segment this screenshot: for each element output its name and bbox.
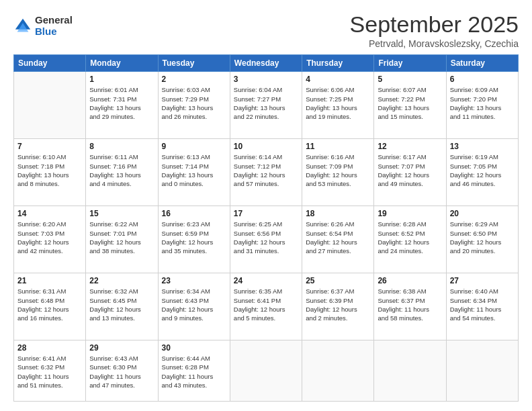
day-number: 11 — [306, 142, 370, 151]
day-number: 21 — [17, 276, 82, 285]
day-info: Sunrise: 6:31 AM Sunset: 6:48 PM Dayligh… — [17, 287, 82, 322]
day-number: 13 — [450, 142, 515, 151]
logo-icon — [13, 17, 32, 36]
day-info: Sunrise: 6:14 AM Sunset: 7:12 PM Dayligh… — [234, 152, 298, 188]
day-number: 7 — [17, 142, 82, 151]
table-row — [14, 72, 86, 139]
logo-text: General Blue — [35, 15, 73, 37]
day-info: Sunrise: 6:34 AM Sunset: 6:43 PM Dayligh… — [162, 287, 226, 322]
day-number: 6 — [450, 75, 515, 84]
table-row: 3Sunrise: 6:04 AM Sunset: 7:27 PM Daylig… — [230, 72, 302, 139]
day-number: 16 — [162, 209, 226, 218]
table-row: 2Sunrise: 6:03 AM Sunset: 7:29 PM Daylig… — [158, 72, 230, 139]
table-row: 7Sunrise: 6:10 AM Sunset: 7:18 PM Daylig… — [14, 139, 86, 206]
day-number: 29 — [89, 343, 154, 353]
table-row: 11Sunrise: 6:16 AM Sunset: 7:09 PM Dayli… — [302, 139, 374, 206]
table-row: 16Sunrise: 6:23 AM Sunset: 6:59 PM Dayli… — [158, 206, 230, 273]
day-info: Sunrise: 6:32 AM Sunset: 6:45 PM Dayligh… — [89, 287, 154, 322]
logo: General Blue — [13, 15, 73, 37]
day-number: 28 — [17, 343, 82, 353]
day-number: 5 — [378, 75, 442, 84]
table-row: 8Sunrise: 6:11 AM Sunset: 7:16 PM Daylig… — [86, 139, 158, 206]
logo-blue: Blue — [35, 26, 73, 38]
day-info: Sunrise: 6:26 AM Sunset: 6:54 PM Dayligh… — [306, 220, 370, 255]
col-sunday: Sunday — [14, 55, 86, 72]
col-saturday: Saturday — [446, 55, 518, 72]
day-info: Sunrise: 6:25 AM Sunset: 6:56 PM Dayligh… — [234, 220, 298, 255]
table-row: 21Sunrise: 6:31 AM Sunset: 6:48 PM Dayli… — [14, 273, 86, 340]
day-info: Sunrise: 6:44 AM Sunset: 6:28 PM Dayligh… — [162, 354, 226, 390]
day-number: 10 — [234, 142, 298, 151]
table-row: 29Sunrise: 6:43 AM Sunset: 6:30 PM Dayli… — [86, 340, 158, 402]
table-row: 14Sunrise: 6:20 AM Sunset: 7:03 PM Dayli… — [14, 206, 86, 273]
day-info: Sunrise: 6:37 AM Sunset: 6:39 PM Dayligh… — [306, 287, 370, 322]
table-row: 15Sunrise: 6:22 AM Sunset: 7:01 PM Dayli… — [86, 206, 158, 273]
day-info: Sunrise: 6:29 AM Sunset: 6:50 PM Dayligh… — [450, 220, 515, 255]
table-row: 13Sunrise: 6:19 AM Sunset: 7:05 PM Dayli… — [446, 139, 518, 206]
day-number: 18 — [306, 209, 370, 218]
day-info: Sunrise: 6:20 AM Sunset: 7:03 PM Dayligh… — [17, 220, 82, 255]
day-number: 8 — [89, 142, 154, 151]
table-row: 22Sunrise: 6:32 AM Sunset: 6:45 PM Dayli… — [86, 273, 158, 340]
day-number: 19 — [378, 209, 442, 218]
day-info: Sunrise: 6:35 AM Sunset: 6:41 PM Dayligh… — [234, 287, 298, 322]
table-row: 26Sunrise: 6:38 AM Sunset: 6:37 PM Dayli… — [374, 273, 446, 340]
day-number: 12 — [378, 142, 442, 151]
table-row: 4Sunrise: 6:06 AM Sunset: 7:25 PM Daylig… — [302, 72, 374, 139]
day-info: Sunrise: 6:28 AM Sunset: 6:52 PM Dayligh… — [378, 220, 442, 255]
day-info: Sunrise: 6:01 AM Sunset: 7:31 PM Dayligh… — [89, 85, 154, 121]
day-info: Sunrise: 6:09 AM Sunset: 7:20 PM Dayligh… — [450, 85, 515, 121]
day-info: Sunrise: 6:43 AM Sunset: 6:30 PM Dayligh… — [89, 354, 154, 390]
table-row: 20Sunrise: 6:29 AM Sunset: 6:50 PM Dayli… — [446, 206, 518, 273]
day-number: 23 — [162, 276, 226, 285]
table-row: 6Sunrise: 6:09 AM Sunset: 7:20 PM Daylig… — [446, 72, 518, 139]
day-info: Sunrise: 6:16 AM Sunset: 7:09 PM Dayligh… — [306, 152, 370, 188]
day-number: 4 — [306, 75, 370, 84]
title-block: September 2025 Petrvald, Moravskoslezsky… — [350, 12, 519, 49]
table-row — [374, 340, 446, 402]
day-info: Sunrise: 6:04 AM Sunset: 7:27 PM Dayligh… — [234, 85, 298, 121]
day-number: 3 — [234, 75, 298, 84]
table-row: 17Sunrise: 6:25 AM Sunset: 6:56 PM Dayli… — [230, 206, 302, 273]
day-info: Sunrise: 6:23 AM Sunset: 6:59 PM Dayligh… — [162, 220, 226, 255]
table-row — [230, 340, 302, 402]
table-row: 30Sunrise: 6:44 AM Sunset: 6:28 PM Dayli… — [158, 340, 230, 402]
location: Petrvald, Moravskoslezsky, Czechia — [350, 38, 519, 49]
calendar-table: Sunday Monday Tuesday Wednesday Thursday… — [13, 54, 519, 402]
table-row: 10Sunrise: 6:14 AM Sunset: 7:12 PM Dayli… — [230, 139, 302, 206]
table-row: 9Sunrise: 6:13 AM Sunset: 7:14 PM Daylig… — [158, 139, 230, 206]
day-info: Sunrise: 6:19 AM Sunset: 7:05 PM Dayligh… — [450, 152, 515, 188]
day-info: Sunrise: 6:13 AM Sunset: 7:14 PM Dayligh… — [162, 152, 226, 188]
day-info: Sunrise: 6:38 AM Sunset: 6:37 PM Dayligh… — [378, 287, 442, 322]
page: General Blue September 2025 Petrvald, Mo… — [0, 0, 532, 411]
day-info: Sunrise: 6:07 AM Sunset: 7:22 PM Dayligh… — [378, 85, 442, 121]
col-friday: Friday — [374, 55, 446, 72]
table-row: 19Sunrise: 6:28 AM Sunset: 6:52 PM Dayli… — [374, 206, 446, 273]
day-number: 27 — [450, 276, 515, 285]
day-number: 14 — [17, 209, 82, 218]
table-row: 1Sunrise: 6:01 AM Sunset: 7:31 PM Daylig… — [86, 72, 158, 139]
day-number: 25 — [306, 276, 370, 285]
day-number: 30 — [162, 343, 226, 353]
day-info: Sunrise: 6:41 AM Sunset: 6:32 PM Dayligh… — [17, 354, 82, 390]
day-number: 22 — [89, 276, 154, 285]
col-wednesday: Wednesday — [230, 55, 302, 72]
day-info: Sunrise: 6:22 AM Sunset: 7:01 PM Dayligh… — [89, 220, 154, 255]
table-row — [302, 340, 374, 402]
col-monday: Monday — [86, 55, 158, 72]
day-number: 17 — [234, 209, 298, 218]
table-row: 27Sunrise: 6:40 AM Sunset: 6:34 PM Dayli… — [446, 273, 518, 340]
day-number: 26 — [378, 276, 442, 285]
day-info: Sunrise: 6:11 AM Sunset: 7:16 PM Dayligh… — [89, 152, 154, 188]
table-row: 5Sunrise: 6:07 AM Sunset: 7:22 PM Daylig… — [374, 72, 446, 139]
day-number: 2 — [162, 75, 226, 84]
month-title: September 2025 — [350, 12, 519, 37]
table-row — [446, 340, 518, 402]
day-number: 24 — [234, 276, 298, 285]
table-row: 18Sunrise: 6:26 AM Sunset: 6:54 PM Dayli… — [302, 206, 374, 273]
header: General Blue September 2025 Petrvald, Mo… — [13, 12, 519, 49]
table-row: 12Sunrise: 6:17 AM Sunset: 7:07 PM Dayli… — [374, 139, 446, 206]
calendar-header-row: Sunday Monday Tuesday Wednesday Thursday… — [14, 55, 519, 72]
day-number: 1 — [89, 75, 154, 84]
table-row: 24Sunrise: 6:35 AM Sunset: 6:41 PM Dayli… — [230, 273, 302, 340]
